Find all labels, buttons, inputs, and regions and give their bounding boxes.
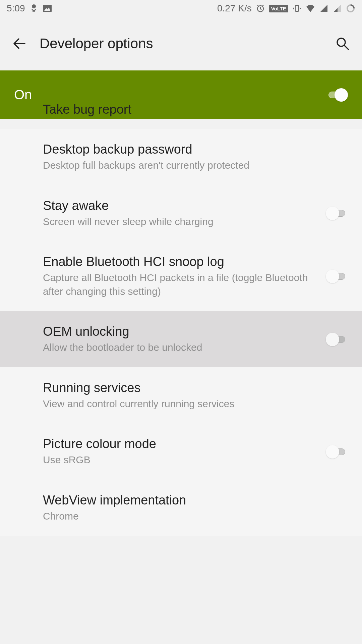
mic-icon — [29, 4, 39, 13]
setting-item-bug-report[interactable]: Take bug report — [0, 102, 362, 129]
setting-item-bluetooth-hci[interactable]: Enable Bluetooth HCI snoop log Capture a… — [0, 241, 362, 311]
settings-list: Desktop backup password Desktop full bac… — [0, 129, 362, 536]
setting-item-picture-colour[interactable]: Picture colour mode Use sRGB — [0, 423, 362, 480]
signal-2-icon — [333, 4, 342, 13]
oem-unlock-toggle[interactable] — [326, 333, 348, 346]
setting-title: Picture colour mode — [43, 437, 319, 451]
bluetooth-hci-toggle[interactable] — [326, 270, 348, 283]
setting-subtitle: Use sRGB — [43, 453, 319, 467]
setting-subtitle: Chrome — [43, 509, 348, 523]
alarm-icon — [256, 4, 265, 13]
back-button[interactable] — [9, 34, 29, 54]
search-icon — [335, 36, 351, 52]
svg-rect-1 — [33, 11, 35, 12]
svg-rect-2 — [43, 5, 52, 12]
vibrate-icon — [292, 4, 302, 13]
status-right: 0.27 K/s VoLTE — [217, 3, 355, 14]
wifi-icon — [306, 4, 315, 13]
status-bar: 5:09 0.27 K/s VoLTE — [0, 0, 362, 17]
master-toggle-label: On — [14, 87, 319, 102]
svg-point-0 — [32, 4, 36, 8]
setting-title: Enable Bluetooth HCI snoop log — [43, 255, 319, 269]
stay-awake-toggle[interactable] — [326, 207, 348, 220]
signal-1-icon — [319, 4, 328, 13]
setting-item-webview[interactable]: WebView implementation Chrome — [0, 480, 362, 536]
setting-title: Desktop backup password — [43, 142, 348, 157]
setting-title: Stay awake — [43, 199, 319, 213]
status-data-rate: 0.27 K/s — [217, 3, 252, 14]
picture-colour-toggle[interactable] — [326, 445, 348, 459]
status-time: 5:09 — [7, 3, 25, 14]
setting-subtitle: View and control currently running servi… — [43, 397, 348, 411]
setting-item-running-services[interactable]: Running services View and control curren… — [0, 367, 362, 424]
back-arrow-icon — [11, 36, 27, 52]
app-bar: Developer options — [0, 17, 362, 70]
svg-point-10 — [337, 38, 345, 46]
svg-rect-5 — [295, 5, 299, 11]
master-toggle-switch[interactable] — [326, 88, 348, 102]
svg-marker-6 — [320, 5, 327, 12]
volte-icon: VoLTE — [269, 5, 288, 12]
setting-title: Take bug report — [43, 102, 348, 117]
image-icon — [43, 4, 52, 13]
loading-icon — [346, 4, 355, 13]
setting-title: OEM unlocking — [43, 324, 319, 339]
page-title: Developer options — [40, 36, 333, 52]
setting-title: WebView implementation — [43, 493, 348, 507]
setting-subtitle: Allow the bootloader to be unlocked — [43, 341, 319, 355]
setting-item-stay-awake[interactable]: Stay awake Screen will never sleep while… — [0, 185, 362, 241]
setting-subtitle: Capture all Bluetooth HCI packets in a f… — [43, 271, 319, 298]
svg-marker-8 — [334, 8, 338, 12]
search-button[interactable] — [333, 34, 353, 54]
setting-item-desktop-backup[interactable]: Desktop backup password Desktop full bac… — [0, 129, 362, 185]
setting-subtitle: Screen will never sleep while charging — [43, 215, 319, 229]
setting-subtitle: Desktop full backups aren't currently pr… — [43, 159, 348, 172]
setting-title: Running services — [43, 381, 348, 395]
status-left: 5:09 — [7, 3, 52, 14]
setting-item-oem-unlock[interactable]: OEM unlocking Allow the bootloader to be… — [0, 311, 362, 367]
